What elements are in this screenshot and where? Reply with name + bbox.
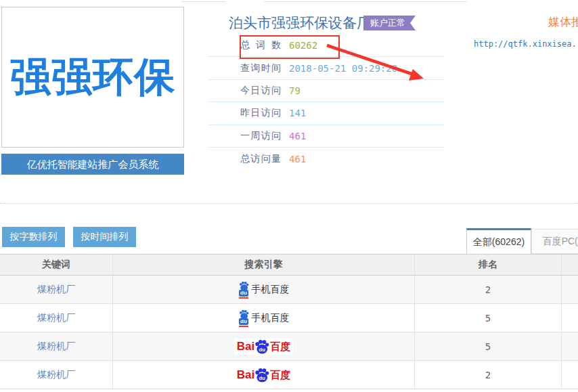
rank-cell: 2 xyxy=(415,361,562,389)
stat-row: 一周访问461 xyxy=(208,125,443,148)
media-section-label: 媒体推广 xyxy=(548,14,578,30)
baidu-wordmark-cn: 百度 xyxy=(270,368,290,382)
stat-value: 461 xyxy=(289,154,306,165)
stat-label: 查询时间 xyxy=(240,62,281,74)
stat-value: 79 xyxy=(289,85,301,96)
du-badge: du xyxy=(239,318,248,325)
highlight-annotation-box xyxy=(240,35,340,59)
engine-cell: Baidu百度 xyxy=(113,361,415,389)
baidu-pc-logo: Baidu百度 xyxy=(234,339,293,355)
extra-cell xyxy=(562,332,578,360)
company-logo: 强强环保 xyxy=(1,7,184,148)
baidu-pc-logo: Baidu百度 xyxy=(234,367,293,383)
baidu-paw-icon: du xyxy=(254,368,269,383)
page-title: 泊头市强强环保设备厂 xyxy=(229,14,371,32)
baidu-paw-icon: du xyxy=(254,339,269,354)
tab-baidu-pc[interactable]: 百度PC(30 xyxy=(531,229,578,254)
table-row: 煤粉机厂du手机百度5 xyxy=(0,304,578,332)
engine-label: 手机百度 xyxy=(252,312,290,324)
stat-value: 461 xyxy=(289,131,306,141)
keyword-table-body: 煤粉机厂du手机百度2煤粉机厂du手机百度5煤粉机厂Baidu百度5煤粉机厂Ba… xyxy=(0,276,578,389)
site-url-link[interactable]: http://qtfk.xinxisea. xyxy=(474,39,577,49)
baidu-wordmark-bai: Bai xyxy=(237,368,254,382)
system-banner: 亿优托智能建站推广会员系统 xyxy=(1,154,184,175)
column-header-engine: 搜索引擎 xyxy=(113,255,415,275)
baidu-wordmark-bai: Bai xyxy=(237,340,254,353)
engine-cell: Baidu百度 xyxy=(113,332,415,360)
du-badge: du xyxy=(239,290,248,297)
mobile-baidu-icon: du xyxy=(238,281,250,299)
keyword-cell[interactable]: 煤粉机厂 xyxy=(0,332,113,360)
stat-label: 一周访问 xyxy=(240,130,281,142)
extra-cell xyxy=(562,304,578,332)
mobile-baidu-logo: du手机百度 xyxy=(238,281,290,299)
section-divider xyxy=(0,203,578,204)
extra-cell xyxy=(562,361,578,389)
stat-label: 总访问量 xyxy=(240,153,281,165)
red-underline xyxy=(239,326,248,327)
stat-value: 141 xyxy=(289,108,306,118)
account-status-badge: 账户正常 xyxy=(363,16,416,30)
mobile-baidu-icon: du xyxy=(238,309,250,327)
stat-row: 查询时间2018-05-21 09:29:20 xyxy=(208,57,443,79)
table-row: 煤粉机厂Baidu百度5 xyxy=(0,332,578,361)
keyword-cell[interactable]: 煤粉机厂 xyxy=(0,361,113,389)
engine-label: 手机百度 xyxy=(252,284,290,296)
sort-by-time-button[interactable]: 按时间排列 xyxy=(73,227,136,247)
mobile-baidu-logo: du手机百度 xyxy=(238,309,290,327)
table-row: 煤粉机厂du手机百度2 xyxy=(0,276,578,304)
tab-all[interactable]: 全部(60262) xyxy=(466,228,531,254)
svg-text:du: du xyxy=(259,374,266,380)
keyword-rank-table: 关键词 搜索引擎 排名 煤粉机厂du手机百度2煤粉机厂du手机百度5煤粉机厂Ba… xyxy=(0,254,578,389)
stat-label: 今日访问 xyxy=(240,85,281,97)
stat-row: 今日访问79 xyxy=(208,80,443,102)
red-underline xyxy=(239,297,248,299)
engine-cell: du手机百度 xyxy=(113,304,415,332)
column-header-rank: 排名 xyxy=(415,255,562,275)
baidu-wordmark-cn: 百度 xyxy=(270,340,290,353)
svg-text:du: du xyxy=(259,346,266,352)
rank-cell: 5 xyxy=(415,304,562,332)
sort-by-wordcount-button[interactable]: 按字数排列 xyxy=(2,227,65,247)
stat-row: 昨日访问141 xyxy=(208,102,443,125)
keyword-cell[interactable]: 煤粉机厂 xyxy=(0,304,113,332)
table-row: 煤粉机厂Baidu百度2 xyxy=(0,361,578,389)
column-header-extra xyxy=(562,255,578,275)
stat-row: 总访问量461 xyxy=(208,148,443,170)
stat-label: 昨日访问 xyxy=(240,107,281,119)
extra-cell xyxy=(562,276,578,303)
top-border-fragment xyxy=(181,1,226,2)
rank-cell: 5 xyxy=(415,332,562,360)
column-header-keyword: 关键词 xyxy=(0,255,113,275)
stat-value: 2018-05-21 09:29:20 xyxy=(289,63,397,74)
engine-cell: du手机百度 xyxy=(113,276,415,303)
top-border-fragment xyxy=(264,1,467,2)
company-logo-text: 强强环保 xyxy=(10,50,175,105)
table-header-row: 关键词 搜索引擎 排名 xyxy=(0,254,578,276)
keyword-cell[interactable]: 煤粉机厂 xyxy=(0,276,113,303)
rank-cell: 2 xyxy=(415,276,562,303)
